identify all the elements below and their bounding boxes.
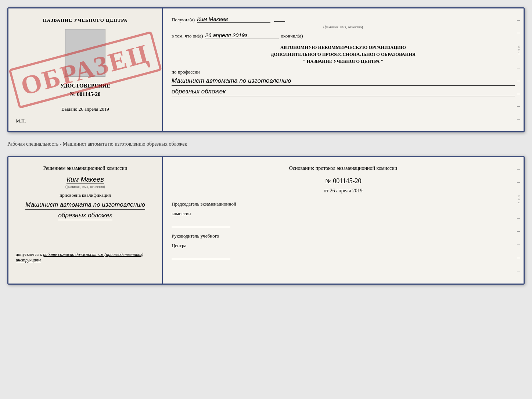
deco-dash-b7 <box>517 271 520 271</box>
in-that-row: в том, что он(а) 26 апреля 2019г. окончи… <box>172 32 515 39</box>
dash-line-1 <box>274 21 285 22</box>
issued-label: Выдано <box>61 106 77 112</box>
bottom-doc-left: Решением экзаменационной комиссии Ким Ма… <box>8 157 163 284</box>
date-label: от <box>324 188 328 193</box>
deco-letters-bottom: и а ← <box>517 195 521 205</box>
top-doc-left: НАЗВАНИЕ УЧЕБНОГО ЦЕНТРА УДОСТОВЕРЕНИЕ №… <box>8 8 163 131</box>
deco-dash-4 <box>517 81 520 81</box>
issued-date-value: 26 апреля 2019 <box>79 106 109 112</box>
commission-title: Решением экзаменационной комиссии <box>43 164 127 172</box>
deco-dash-6 <box>517 106 520 107</box>
basis-title: Основание: протокол экзаменационной коми… <box>172 164 515 172</box>
top-document: НАЗВАНИЕ УЧЕБНОГО ЦЕНТРА УДОСТОВЕРЕНИЕ №… <box>7 7 525 132</box>
person-name-bottom: Ким Макеев <box>66 176 104 184</box>
chairman-label-1: Председатель экзаменационной <box>172 200 515 208</box>
deco-dash-b5 <box>517 245 520 245</box>
admission-label: допускается к <box>16 252 42 257</box>
deco-dash-1 <box>517 20 520 21</box>
deco-dash-b6 <box>517 258 520 258</box>
chairman-block: Председатель экзаменационной комиссии <box>172 200 515 227</box>
bottom-document: Решением экзаменационной комиссии Ким Ма… <box>7 156 525 285</box>
person-sub-bottom: (фамилия, имя, отчество) <box>65 185 105 189</box>
qualification-label: присвоена квалификация <box>60 192 111 198</box>
deco-dash-b3 <box>517 218 520 219</box>
qualification-line1: Машинист автомата по изготовлению <box>25 200 145 210</box>
deco-dash-b4 <box>517 231 520 232</box>
date-value-bottom: 26 апреля 2019 <box>330 188 363 193</box>
org-line1: АВТОНОМНУЮ НЕКОММЕРЧЕСКУЮ ОРГАНИЗАЦИЮ <box>172 44 515 51</box>
received-row: Получил(а) Ким Макеев <box>172 16 515 23</box>
profession-label: по профессии <box>172 69 515 75</box>
org-block: АВТОНОМНУЮ НЕКОММЕРЧЕСКУЮ ОРГАНИЗАЦИЮ ДО… <box>172 44 515 65</box>
head-label-1: Руководитель учебного <box>172 232 515 240</box>
issued-date: Выдано 26 апреля 2019 <box>61 106 109 112</box>
in-that-label: в том, что он(а) <box>172 33 203 39</box>
head-block: Руководитель учебного Центра <box>172 232 515 259</box>
qualification-line2: обрезных обложек <box>58 211 112 220</box>
mp-label: М.П. <box>16 118 26 124</box>
chairman-sig-line <box>172 219 230 227</box>
head-label-2: Центра <box>172 242 515 249</box>
profession-line2: обрезных обложек <box>172 87 515 96</box>
deco-dash-5 <box>517 94 520 94</box>
school-title-top: НАЗВАНИЕ УЧЕБНОГО ЦЕНТРА <box>43 17 128 23</box>
deco-letters-top: и а ← <box>517 46 521 56</box>
specialty-text: Рабочая специальность - Машинист автомат… <box>7 141 525 147</box>
person-sub-top: (фамилия, имя, отчество) <box>172 25 515 29</box>
bottom-doc-right: Основание: протокол экзаменационной коми… <box>163 157 524 284</box>
finished-label: окончил(а) <box>281 33 303 39</box>
photo-box <box>65 29 105 77</box>
person-name-top: Ким Макеев <box>197 16 270 23</box>
deco-dash-b1 <box>517 169 520 170</box>
cert-title: УДОСТОВЕРЕНИЕ <box>60 83 111 89</box>
date-value-top: 26 апреля 2019г. <box>205 32 279 39</box>
head-sig-line <box>172 251 230 259</box>
deco-dash-3 <box>517 68 520 68</box>
received-label: Получил(а) <box>172 17 195 23</box>
org-line3: " НАЗВАНИЕ УЧЕБНОГО ЦЕНТРА " <box>172 58 515 65</box>
side-deco-top: и а ← <box>517 8 521 131</box>
deco-dash-7 <box>517 119 520 120</box>
profession-line1: Машинист автомата по изготовлению <box>172 76 515 86</box>
page-wrapper: НАЗВАНИЕ УЧЕБНОГО ЦЕНТРА УДОСТОВЕРЕНИЕ №… <box>7 7 525 285</box>
cert-number: № 001145-20 <box>70 91 101 97</box>
basis-date: от 26 апреля 2019 <box>172 188 515 194</box>
deco-dash-b2 <box>517 182 520 183</box>
basis-number: № 001145-20 <box>172 177 515 185</box>
chairman-label-2: комиссии <box>172 210 515 217</box>
org-line2: ДОПОЛНИТЕЛЬНОГО ПРОФЕССИОНАЛЬНОГО ОБРАЗО… <box>172 51 515 58</box>
deco-dash-2 <box>517 33 520 33</box>
side-deco-bottom: и а ← <box>517 157 521 284</box>
admission-text: допускается к работе согласно должностны… <box>16 252 155 263</box>
top-doc-right: Получил(а) Ким Макеев (фамилия, имя, отч… <box>163 8 524 131</box>
